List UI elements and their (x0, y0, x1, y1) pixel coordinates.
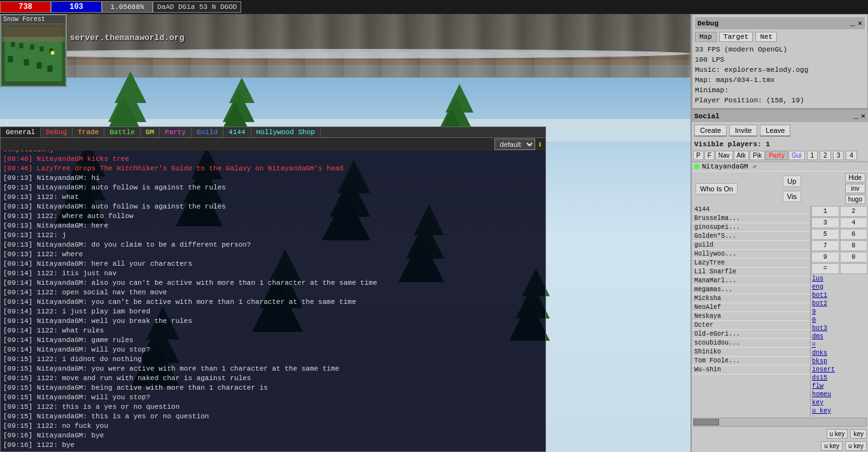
chat-channel-dropdown[interactable]: default (494, 139, 535, 150)
who-is-on-button[interactable]: Who Is On (696, 183, 738, 195)
svg-rect-3 (2, 37, 66, 42)
right-col-item[interactable]: bot3 (811, 324, 868, 332)
key-btn-ukey2[interactable]: u key (821, 441, 843, 451)
tab-trade[interactable]: Trade (73, 127, 104, 137)
num-grid: 1 2 3 4 5 6 7 8 9 0 = (811, 205, 868, 275)
tab-debug[interactable]: Debug (41, 127, 73, 137)
pnav-party[interactable]: Party (766, 151, 788, 160)
debug-close[interactable]: ✕ (858, 18, 862, 28)
player-name-item[interactable]: NeoAlef (692, 303, 810, 312)
hugo-button[interactable]: hugo (845, 195, 865, 204)
right-col-item[interactable]: bot1 (811, 291, 868, 299)
right-col-item[interactable]: lus (811, 275, 868, 283)
social-close[interactable]: ✕ (861, 111, 865, 121)
vis-button[interactable]: Vis (783, 191, 801, 202)
num-btn-4[interactable]: 4 (846, 151, 857, 160)
num-btn-2[interactable]: 2 (820, 151, 831, 160)
chat-message: [09:14] NitayandaGM: here all your chara… (3, 259, 543, 269)
grid-eq[interactable]: = (811, 263, 839, 274)
player-name-item[interactable]: Neskaya (692, 312, 810, 321)
pnav-nav[interactable]: Nav (715, 151, 733, 160)
invite-button[interactable]: Invite (729, 125, 757, 137)
pnav-atk[interactable]: Atk (734, 151, 749, 160)
player-name-item[interactable]: Golden*S... (692, 232, 810, 241)
right-col-item[interactable]: dms (811, 332, 868, 341)
grid-0[interactable]: 0 (840, 252, 868, 263)
control-row: Who Is On Up Vis Hide inv hugo (692, 172, 868, 205)
debug-tab-map[interactable]: Map (695, 32, 717, 42)
scroll-arrow[interactable]: ⬇ (538, 139, 543, 150)
hide-button[interactable]: Hide (845, 173, 865, 182)
player-name-item[interactable]: Wu-shin (692, 366, 810, 374)
debug-minimize[interactable]: _ (851, 18, 855, 28)
right-col-item[interactable]: 9 (811, 308, 868, 316)
right-col-item[interactable]: bksp (811, 357, 868, 366)
grid-6[interactable]: 6 (840, 229, 868, 240)
right-col-item[interactable]: 0 (811, 316, 868, 324)
player-name-item[interactable]: Shiniko (692, 348, 810, 357)
pnav-p[interactable]: P (693, 151, 704, 160)
up-button[interactable]: Up (783, 175, 801, 187)
right-col-item[interactable]: flw (811, 382, 868, 390)
debug-tab-target[interactable]: Target (719, 32, 753, 42)
player-name-item[interactable]: Lil Snarfle (692, 268, 810, 277)
debug-lps: 100 LPS (695, 55, 865, 65)
player-name-item[interactable]: Brusselma... (692, 214, 810, 223)
grid-5[interactable]: 5 (811, 229, 839, 240)
right-col-item[interactable]: insert (811, 366, 868, 374)
right-col-item[interactable]: = (811, 341, 868, 349)
social-minimize[interactable]: _ (854, 111, 858, 121)
right-col-item[interactable]: dnks (811, 349, 868, 357)
player-name-item[interactable]: Old-eGori... (692, 330, 810, 339)
grid-3[interactable]: 3 (811, 217, 839, 228)
player-name-item[interactable]: guild (692, 241, 810, 250)
chat-message: [09:14] 1122: i just play iam bored (3, 307, 543, 317)
num-btn-3[interactable]: 3 (833, 151, 844, 160)
right-col-item[interactable]: ds15 (811, 374, 868, 382)
tab-guild[interactable]: Guild (192, 127, 223, 137)
chat-message: [09:14] NitayandaGM: game rules (3, 336, 543, 345)
tab-party[interactable]: Party (160, 127, 192, 137)
right-col-item[interactable]: bot2 (811, 299, 868, 308)
right-col-item[interactable]: key (811, 415, 868, 416)
player-name-item[interactable]: Hollywoo... (692, 250, 810, 259)
grid-1[interactable]: 1 (811, 206, 839, 217)
num-btn-1[interactable]: 1 (807, 151, 818, 160)
player-name-item[interactable]: megamas... (692, 285, 810, 294)
social-title: Social _ ✕ (692, 110, 868, 122)
player-name-item[interactable]: ManaMarl... (692, 277, 810, 285)
grid-4[interactable]: 4 (840, 217, 868, 228)
tab-battle[interactable]: Battle (104, 127, 141, 137)
player-name-item[interactable]: LazyTree (692, 259, 810, 268)
player-name-item[interactable]: Micksha (692, 294, 810, 303)
key-btn-ukey1[interactable]: u key (827, 429, 848, 439)
pnav-guild[interactable]: Gui (788, 151, 805, 160)
tab-gm[interactable]: GM (141, 127, 160, 137)
grid-9[interactable]: 9 (811, 252, 839, 263)
create-button[interactable]: Create (694, 125, 727, 137)
player-name-item[interactable]: Tom Foole... (692, 357, 810, 366)
key-btn-key1[interactable]: key (850, 429, 867, 439)
player-name-item[interactable]: Octer (692, 321, 810, 330)
leave-button[interactable]: Leave (760, 125, 790, 137)
player-name-item[interactable]: ginosupei... (692, 223, 810, 232)
grid-8[interactable]: 8 (840, 240, 868, 251)
tab-4144[interactable]: 4144 (223, 127, 251, 137)
pnav-f[interactable]: F (704, 151, 715, 160)
right-col-item[interactable]: eng (811, 283, 868, 291)
right-col-item[interactable]: key (811, 399, 868, 407)
grid-2[interactable]: 2 (840, 206, 868, 217)
key-btn-ukey3[interactable]: u key (845, 441, 867, 451)
tab-hollywood[interactable]: Hollywood Shop (251, 127, 321, 137)
grid-7[interactable]: 7 (811, 240, 839, 251)
chat-messages[interactable]: [07:41] Global announcement: if you expe… (1, 151, 545, 451)
inv-button[interactable]: inv (845, 184, 865, 193)
pnav-pik[interactable]: Pik (750, 151, 765, 160)
player-name-item[interactable]: scoubidou... (692, 339, 810, 348)
tab-general[interactable]: General (1, 127, 41, 137)
chat-message: [09:14] 1122: open social nav then move (3, 288, 543, 298)
debug-tab-net[interactable]: Net (755, 32, 777, 42)
horizontal-scrollbar[interactable] (693, 418, 867, 427)
right-col-item[interactable]: u key (811, 407, 868, 415)
right-col-item[interactable]: homeu (811, 390, 868, 399)
